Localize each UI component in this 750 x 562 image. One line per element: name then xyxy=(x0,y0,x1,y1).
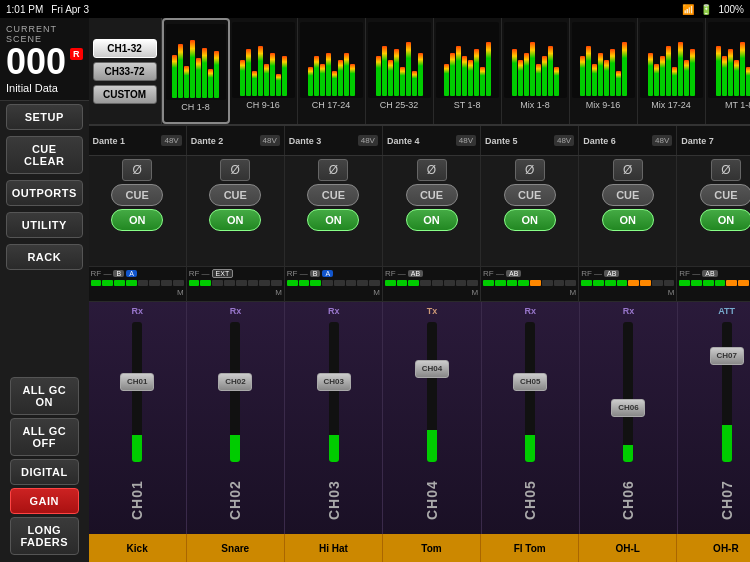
meter-label: CH 25-32 xyxy=(380,100,419,110)
setup-button[interactable]: SETUP xyxy=(6,104,83,130)
on-button[interactable]: ON xyxy=(504,209,556,231)
meter-bar xyxy=(246,49,251,96)
rack-button[interactable]: RACK xyxy=(6,244,83,270)
on-button[interactable]: ON xyxy=(602,209,654,231)
meter-group-ch1-8[interactable]: CH 1-8 xyxy=(162,18,230,124)
ch1-32-button[interactable]: CH1-32 xyxy=(93,39,157,58)
fader-handle[interactable]: CH01 xyxy=(120,373,154,391)
fader-track[interactable]: CH06 xyxy=(623,322,633,462)
fader-channel-name: CH01 xyxy=(129,470,145,530)
cue-button[interactable]: CUE xyxy=(700,184,750,206)
phantom-power-badge[interactable]: 48V xyxy=(260,135,280,146)
rf-bar-segment xyxy=(369,280,380,286)
cue-button[interactable]: CUE xyxy=(406,184,458,206)
utility-button[interactable]: UTILITY xyxy=(6,212,83,238)
fader-channel-name: CH07 xyxy=(719,470,735,530)
rf-a-badge: A xyxy=(126,270,137,277)
meter-group-ch17-24[interactable]: CH 17-24 xyxy=(298,18,366,124)
on-button[interactable]: ON xyxy=(406,209,458,231)
meter-group-mt1-8[interactable]: MT 1-8 xyxy=(706,18,750,124)
meter-bar xyxy=(196,58,201,98)
rf-bar-segment xyxy=(495,280,506,286)
meter-bar xyxy=(716,46,721,96)
meter-group-ch25-32[interactable]: CH 25-32 xyxy=(366,18,434,124)
all-gc-on-button[interactable]: ALL GC ON xyxy=(10,377,79,415)
on-button[interactable]: ON xyxy=(209,209,261,231)
channel-controls: ØCUEONØCUEONØCUEONØCUEONØCUEONØCUEONØCUE… xyxy=(89,156,750,266)
rf-bar-segment xyxy=(322,280,333,286)
phantom-power-badge[interactable]: 48V xyxy=(456,135,476,146)
fader-handle[interactable]: CH03 xyxy=(317,373,351,391)
meter-group-mix17-24[interactable]: Mix 17-24 xyxy=(638,18,706,124)
phase-button[interactable]: Ø xyxy=(417,159,447,181)
ch33-72-button[interactable]: CH33-72 xyxy=(93,62,157,81)
meter-bar xyxy=(344,53,349,96)
cue-button[interactable]: CUE xyxy=(602,184,654,206)
meter-bar xyxy=(524,53,529,96)
phase-button[interactable]: Ø xyxy=(122,159,152,181)
fader-level-bar xyxy=(230,435,240,463)
meter-bar xyxy=(746,67,750,96)
custom-button[interactable]: CUSTOM xyxy=(93,85,157,104)
rf-bar-segment xyxy=(287,280,298,286)
phantom-power-badge[interactable]: 48V xyxy=(554,135,574,146)
fader-track[interactable]: CH02 xyxy=(230,322,240,462)
phantom-power-badge[interactable]: 48V xyxy=(358,135,378,146)
channel-headers: Dante 148VDante 248VDante 348VDante 448V… xyxy=(89,126,750,156)
rf-bar-segment xyxy=(385,280,396,286)
cue-button[interactable]: CUE xyxy=(209,184,261,206)
channel-strip-controls-ch02: ØCUEON xyxy=(187,156,285,266)
rf-bar-segment xyxy=(212,280,223,286)
digital-button[interactable]: DIGITAL xyxy=(10,459,79,485)
phase-button[interactable]: Ø xyxy=(515,159,545,181)
on-button[interactable]: ON xyxy=(307,209,359,231)
on-button[interactable]: ON xyxy=(700,209,750,231)
rf-bar-segment xyxy=(467,280,478,286)
fader-track[interactable]: CH01 xyxy=(132,322,142,462)
fader-handle[interactable]: CH02 xyxy=(218,373,252,391)
rf-bar-segment xyxy=(507,280,518,286)
phantom-power-badge[interactable]: 48V xyxy=(161,135,181,146)
phase-button[interactable]: Ø xyxy=(318,159,348,181)
channel-selectors: CH1-32 CH33-72 CUSTOM xyxy=(89,18,162,124)
fader-track[interactable]: CH05 xyxy=(525,322,535,462)
rf-label: RF — xyxy=(581,269,602,278)
fader-track[interactable]: CH03 xyxy=(329,322,339,462)
outports-button[interactable]: OUTPORTS xyxy=(6,180,83,206)
meter-bar xyxy=(648,53,653,96)
channel-label-ch07: OH-R xyxy=(677,534,750,562)
long-faders-button[interactable]: LONG FADERS xyxy=(10,517,79,555)
fader-track[interactable]: CH04 xyxy=(427,322,437,462)
cue-clear-button[interactable]: CUE CLEAR xyxy=(6,136,83,174)
phase-button[interactable]: Ø xyxy=(711,159,741,181)
phantom-power-badge[interactable]: 48V xyxy=(652,135,672,146)
cue-button[interactable]: CUE xyxy=(307,184,359,206)
meter-group-st1-8[interactable]: ST 1-8 xyxy=(434,18,502,124)
fader-handle[interactable]: CH06 xyxy=(611,399,645,417)
fader-handle[interactable]: CH05 xyxy=(513,373,547,391)
fader-level-bar xyxy=(722,425,732,463)
phase-button[interactable]: Ø xyxy=(613,159,643,181)
meter-bar xyxy=(684,60,689,96)
meter-bars-ch9-16 xyxy=(232,22,295,98)
fader-handle[interactable]: CH07 xyxy=(710,347,744,365)
on-button[interactable]: ON xyxy=(111,209,163,231)
cue-button[interactable]: CUE xyxy=(111,184,163,206)
meter-group-mix9-16[interactable]: Mix 9-16 xyxy=(570,18,638,124)
rf-bar-segment xyxy=(703,280,714,286)
cue-button[interactable]: CUE xyxy=(504,184,556,206)
fader-handle[interactable]: CH04 xyxy=(415,360,449,378)
scene-r-badge: R xyxy=(70,48,83,60)
rf-bars xyxy=(581,279,674,287)
meter-bar xyxy=(214,51,219,98)
meter-label: CH 17-24 xyxy=(312,100,351,110)
meter-group-mix1-8[interactable]: Mix 1-8 xyxy=(502,18,570,124)
gain-button[interactable]: GAIN xyxy=(10,488,79,514)
fader-track[interactable]: CH07 xyxy=(722,322,732,462)
date: Fri Apr 3 xyxy=(51,4,682,15)
all-gc-off-button[interactable]: ALL GC OFF xyxy=(10,418,79,456)
channel-header-ch07: Dante 748V xyxy=(677,126,750,155)
phase-button[interactable]: Ø xyxy=(220,159,250,181)
meter-label: ST 1-8 xyxy=(454,100,481,110)
meter-group-ch9-16[interactable]: CH 9-16 xyxy=(230,18,298,124)
